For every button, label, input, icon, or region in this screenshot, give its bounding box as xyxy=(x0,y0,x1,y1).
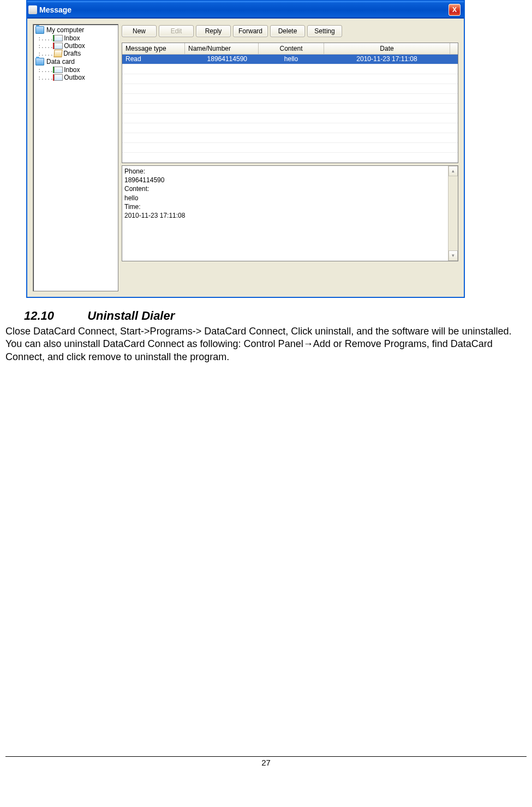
titlebar[interactable]: Message X xyxy=(27,1,464,19)
tree-label: Data card xyxy=(46,58,75,65)
table-row[interactable]: Read 18964114590 hello 2010-11-23 17:11:… xyxy=(122,55,458,64)
folder-tree[interactable]: My computer :.... Inbox :.... Outbox :..… xyxy=(33,24,118,291)
drafts-icon xyxy=(54,50,63,57)
tree-node-drafts[interactable]: :.... Drafts xyxy=(33,50,118,57)
preview-line: 2010-11-23 17:11:08 xyxy=(124,211,456,220)
tree-connector: :.... xyxy=(38,67,53,74)
setting-button[interactable]: Setting xyxy=(307,25,342,37)
table-row[interactable] xyxy=(122,123,458,133)
message-window: Message X My computer :.... Inbox :.... xyxy=(26,0,465,298)
cell-type: Read xyxy=(122,55,185,64)
tree-node-inbox-2[interactable]: :.... Inbox xyxy=(33,66,118,74)
preview-line: 18964114590 xyxy=(124,176,456,184)
inbox-icon xyxy=(54,35,63,41)
window-icon xyxy=(28,5,37,14)
section-body: Close DataCard Connect, Start->Programs-… xyxy=(5,325,523,363)
table-row[interactable] xyxy=(122,143,458,153)
preview-line: Phone: xyxy=(124,167,456,176)
edit-button[interactable]: Edit xyxy=(159,25,194,37)
col-date[interactable]: Date xyxy=(324,43,450,55)
table-row[interactable] xyxy=(122,133,458,143)
message-grid[interactable]: Message type Name/Number Content Date Re… xyxy=(122,43,458,163)
outbox-icon xyxy=(54,43,63,49)
tree-connector: :.... xyxy=(38,74,53,81)
preview-line: Content: xyxy=(124,184,456,193)
table-row[interactable] xyxy=(122,104,458,113)
folder-icon xyxy=(35,26,44,34)
tree-label: Inbox xyxy=(64,34,80,42)
tree-connector: :.... xyxy=(38,50,53,57)
new-button[interactable]: New xyxy=(122,25,157,37)
tree-label: Outbox xyxy=(64,42,85,50)
tree-node-data-card[interactable]: Data card xyxy=(33,57,118,66)
table-row[interactable] xyxy=(122,94,458,104)
delete-button[interactable]: Delete xyxy=(270,25,305,37)
preview-line: Time: xyxy=(124,202,456,211)
cell-number: 18964114590 xyxy=(185,55,259,64)
tree-node-outbox-2[interactable]: :.... Outbox xyxy=(33,74,118,81)
section-heading: 12.10 Uninstall Dialer xyxy=(24,309,527,323)
grid-header: Message type Name/Number Content Date xyxy=(122,43,458,55)
outbox-icon xyxy=(54,74,63,81)
forward-button[interactable]: Forward xyxy=(233,25,268,37)
tree-label: Drafts xyxy=(63,50,81,57)
inbox-icon xyxy=(54,67,63,73)
tree-connector: :.... xyxy=(38,43,53,50)
table-row[interactable] xyxy=(122,153,458,163)
page-footer: 27 xyxy=(5,756,527,767)
cell-date: 2010-11-23 17:11:08 xyxy=(324,55,450,64)
tree-label: Outbox xyxy=(64,74,85,81)
scrollbar[interactable]: ▴ ▾ xyxy=(448,166,458,261)
tree-label: My computer xyxy=(46,26,84,34)
col-spacer xyxy=(450,43,458,55)
window-title: Message xyxy=(39,5,71,14)
tree-node-my-computer[interactable]: My computer xyxy=(33,26,118,34)
tree-label: Inbox xyxy=(64,66,80,74)
reply-button[interactable]: Reply xyxy=(196,25,231,37)
close-button[interactable]: X xyxy=(449,4,461,16)
table-row[interactable] xyxy=(122,113,458,123)
close-icon: X xyxy=(452,6,457,14)
table-row[interactable] xyxy=(122,84,458,94)
page-number: 27 xyxy=(261,758,271,767)
col-content[interactable]: Content xyxy=(259,43,324,55)
toolbar: New Edit Reply Forward Delete Setting xyxy=(122,24,458,40)
table-row[interactable] xyxy=(122,64,458,74)
preview-line: hello xyxy=(124,194,456,202)
scroll-up-icon[interactable]: ▴ xyxy=(449,166,458,176)
section-title: Uninstall Dialer xyxy=(87,309,175,322)
cell-content: hello xyxy=(259,55,324,64)
tree-node-inbox[interactable]: :.... Inbox xyxy=(33,34,118,42)
col-name-number[interactable]: Name/Number xyxy=(185,43,259,55)
col-message-type[interactable]: Message type xyxy=(122,43,185,55)
scroll-down-icon[interactable]: ▾ xyxy=(449,250,458,261)
table-row[interactable] xyxy=(122,74,458,84)
preview-pane: Phone: 18964114590 Content: hello Time: … xyxy=(122,165,458,261)
tree-connector: :.... xyxy=(38,35,53,42)
section-number: 12.10 xyxy=(24,309,84,323)
folder-icon xyxy=(35,58,44,65)
tree-node-outbox[interactable]: :.... Outbox xyxy=(33,42,118,50)
